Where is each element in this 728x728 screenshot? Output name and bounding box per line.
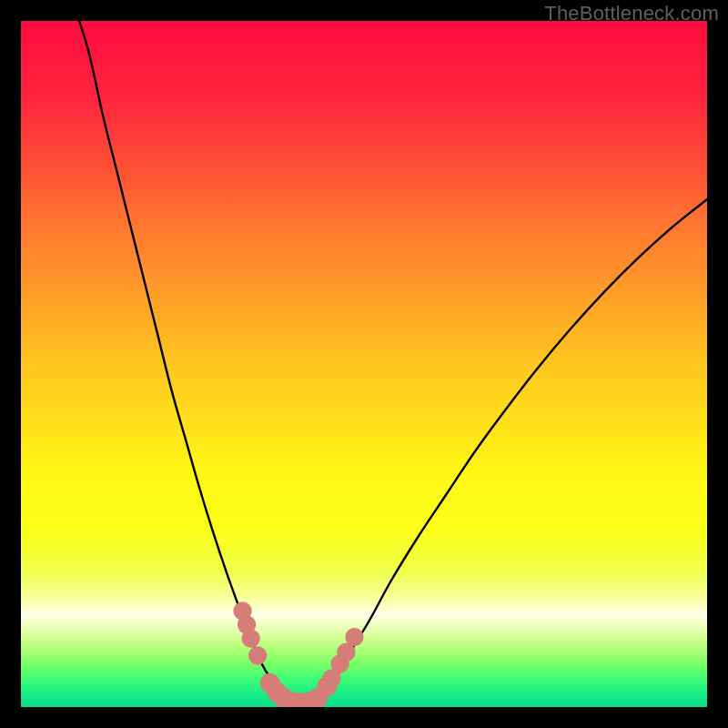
outer-frame: TheBottleneck.com — [0, 0, 728, 728]
left-curve — [79, 21, 290, 702]
right-curve — [314, 199, 707, 702]
marker-dot — [241, 629, 259, 647]
plot-area — [21, 21, 707, 707]
marker-dot — [248, 646, 267, 664]
curves-layer — [21, 21, 707, 707]
bottom-markers — [233, 602, 363, 707]
watermark-text: TheBottleneck.com — [544, 2, 719, 25]
marker-dot — [345, 628, 363, 646]
